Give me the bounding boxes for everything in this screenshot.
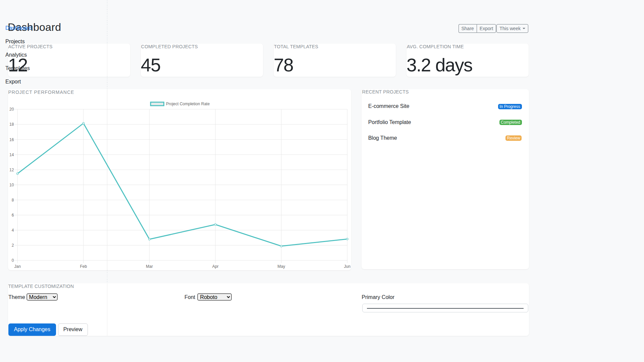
svg-text:May: May bbox=[277, 264, 285, 269]
svg-text:20: 20 bbox=[9, 107, 14, 112]
svg-text:Mar: Mar bbox=[146, 264, 153, 269]
svg-text:14: 14 bbox=[9, 153, 14, 157]
svg-text:Apr: Apr bbox=[212, 264, 218, 269]
svg-text:4: 4 bbox=[11, 228, 14, 233]
svg-text:Jun: Jun bbox=[344, 264, 350, 269]
svg-text:6: 6 bbox=[11, 213, 14, 218]
svg-text:Jan: Jan bbox=[14, 264, 20, 269]
svg-text:0: 0 bbox=[11, 258, 14, 263]
svg-text:18: 18 bbox=[9, 122, 14, 127]
svg-text:2: 2 bbox=[11, 243, 14, 248]
svg-text:Feb: Feb bbox=[80, 264, 87, 269]
svg-text:8: 8 bbox=[11, 198, 14, 202]
svg-text:12: 12 bbox=[9, 168, 14, 172]
svg-text:Project Completion Rate: Project Completion Rate bbox=[166, 102, 210, 106]
svg-text:16: 16 bbox=[9, 137, 14, 142]
svg-text:10: 10 bbox=[9, 183, 14, 187]
